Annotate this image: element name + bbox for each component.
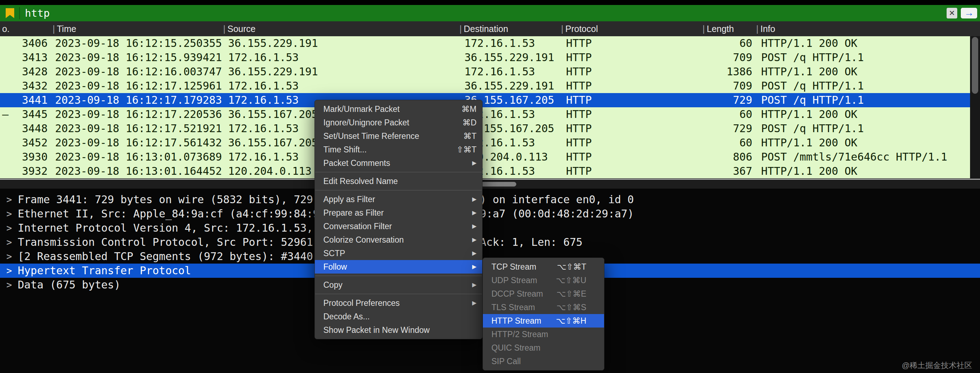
menu-item-ignore-unignore-packet[interactable]: Ignore/Unignore Packet⌘D xyxy=(315,116,482,129)
menu-separator xyxy=(315,294,482,294)
apply-filter-button[interactable]: → xyxy=(961,8,977,19)
clear-filter-button[interactable]: ✕ xyxy=(947,8,957,19)
menu-item-label: TCP Stream xyxy=(492,260,536,273)
packet-row-3432[interactable]: 34322023-09-18 16:12:17.125961172.16.1.5… xyxy=(0,79,970,93)
packet-cell-info: HTTP/1.1 200 OK xyxy=(761,107,858,122)
expander-icon[interactable]: > xyxy=(6,207,12,221)
detail-row-internet-protocol-version-4[interactable]: >Internet Protocol Version 4, Src: 172.1… xyxy=(0,221,980,235)
packet-cell-time: 2023-09-18 16:12:17.179283 xyxy=(55,93,222,107)
menu-item-follow[interactable]: Follow▶ xyxy=(315,260,482,273)
submenu-arrow-icon: ▶ xyxy=(472,206,477,219)
menu-item-label: Conversation Filter xyxy=(323,219,392,233)
column-separator: | xyxy=(52,21,55,36)
packet-list-horizontal-scrollbar[interactable] xyxy=(0,180,980,189)
expander-icon[interactable]: > xyxy=(6,263,12,278)
packet-cell-info: HTTP/1.1 200 OK xyxy=(761,136,858,150)
expander-icon[interactable]: > xyxy=(6,192,12,207)
packet-cell-destination: 36.155.229.191 xyxy=(465,79,554,93)
menu-item-http-stream[interactable]: HTTP Stream⌥⇧⌘H xyxy=(483,314,604,327)
menu-item-label: Colorize Conversation xyxy=(323,233,404,246)
menu-item-tcp-stream[interactable]: TCP Stream⌥⇧⌘T xyxy=(483,260,604,273)
menu-item-label: Show Packet in New Window xyxy=(323,323,430,337)
column-separator: | xyxy=(561,21,563,36)
menu-item-set-unset-time-reference[interactable]: Set/Unset Time Reference⌘T xyxy=(315,129,482,143)
column-header-no[interactable]: o. xyxy=(2,21,10,36)
display-filter-input[interactable]: http xyxy=(25,5,50,21)
column-header-time[interactable]: Time xyxy=(57,21,76,36)
menu-separator xyxy=(315,172,482,172)
expander-icon[interactable]: > xyxy=(6,278,12,292)
packet-row-3930[interactable]: 39302023-09-18 16:13:01.073689172.16.1.5… xyxy=(0,150,970,164)
menu-item-label: Mark/Unmark Packet xyxy=(323,102,400,116)
column-header-protocol[interactable]: Protocol xyxy=(565,21,598,36)
packet-context-menu: Mark/Unmark Packet⌘MIgnore/Unignore Pack… xyxy=(315,100,482,339)
display-filter-bar[interactable]: http ✕ → xyxy=(0,5,980,21)
column-header-destination[interactable]: Destination xyxy=(464,21,508,36)
packet-row-3413[interactable]: 34132023-09-18 16:12:15.939421172.16.1.5… xyxy=(0,51,970,65)
packet-row-3932[interactable]: 39322023-09-18 16:13:01.164452120.204.0.… xyxy=(0,164,970,178)
menu-item-conversation-filter[interactable]: Conversation Filter▶ xyxy=(315,219,482,233)
menu-item-label: Edit Resolved Name xyxy=(323,175,398,188)
detail-row-frame-3441-729-bytes-on-wir[interactable]: >Frame 3441: 729 bytes on wire (5832 bit… xyxy=(0,192,980,207)
packet-cell-time: 2023-09-18 16:12:17.220536 xyxy=(55,107,222,122)
menu-item-label: Time Shift... xyxy=(323,143,367,156)
expander-icon[interactable]: > xyxy=(6,235,12,249)
packet-cell-time: 2023-09-18 16:13:01.164452 xyxy=(55,164,222,178)
packet-cell-no: 3445 xyxy=(0,107,48,122)
packet-cell-time: 2023-09-18 16:12:17.125961 xyxy=(55,79,222,93)
column-separator: | xyxy=(223,21,226,36)
menu-item-apply-as-filter[interactable]: Apply as Filter▶ xyxy=(315,192,482,206)
packet-row-3452[interactable]: 34522023-09-18 16:12:17.56143236.155.167… xyxy=(0,136,970,150)
menu-item-time-shift[interactable]: Time Shift...⇧⌘T xyxy=(315,143,482,156)
packet-cell-info: POST /q HTTP/1.1 xyxy=(761,122,864,136)
packet-cell-destination: 172.16.1.53 xyxy=(465,65,535,79)
detail-row-transmission-control-protoco[interactable]: >Transmission Control Protocol, Src Port… xyxy=(0,235,980,249)
detail-text: Hypertext Transfer Protocol xyxy=(18,263,191,278)
packet-list-vertical-scrollbar[interactable] xyxy=(970,36,980,179)
menu-item-sip-call: SIP Call xyxy=(483,354,604,368)
packet-row-3448[interactable]: 34482023-09-18 16:12:17.521921172.16.1.5… xyxy=(0,122,970,136)
packet-cell-length: 60 xyxy=(703,136,752,150)
menu-item-protocol-preferences[interactable]: Protocol Preferences▶ xyxy=(315,296,482,310)
vertical-scrollbar-thumb[interactable] xyxy=(972,37,978,94)
submenu-arrow-icon: ▶ xyxy=(472,219,477,233)
menu-item-copy[interactable]: Copy▶ xyxy=(315,278,482,292)
menu-item-show-packet-in-new-window[interactable]: Show Packet in New Window xyxy=(315,323,482,337)
packet-cell-protocol: HTTP xyxy=(566,107,592,122)
packet-cell-length: 367 xyxy=(703,164,752,178)
menu-item-prepare-as-filter[interactable]: Prepare as Filter▶ xyxy=(315,206,482,219)
menu-item-mark-unmark-packet[interactable]: Mark/Unmark Packet⌘M xyxy=(315,102,482,116)
expander-icon[interactable]: > xyxy=(6,249,12,263)
packet-cell-info: POST /q HTTP/1.1 xyxy=(761,51,864,65)
menu-item-colorize-conversation[interactable]: Colorize Conversation▶ xyxy=(315,233,482,246)
detail-row-ethernet-ii-src-apple-84-9[interactable]: >Ethernet II, Src: Apple_84:9a:cf (a4:cf… xyxy=(0,207,980,221)
menu-item-udp-stream: UDP Stream⌥⇧⌘U xyxy=(483,273,604,287)
expander-icon[interactable]: > xyxy=(6,221,12,235)
packet-row-3428[interactable]: 34282023-09-18 16:12:16.00374736.155.229… xyxy=(0,65,970,79)
packet-cell-destination: 36.155.229.191 xyxy=(465,51,554,65)
menu-item-packet-comments[interactable]: Packet Comments▶ xyxy=(315,156,482,170)
column-header-length[interactable]: Length xyxy=(707,21,734,36)
submenu-arrow-icon: ▶ xyxy=(472,260,477,273)
packet-cell-protocol: HTTP xyxy=(566,93,592,107)
packet-cell-protocol: HTTP xyxy=(566,150,592,164)
packet-row-3406[interactable]: 34062023-09-18 16:12:15.25035536.155.229… xyxy=(0,36,970,51)
column-separator: | xyxy=(460,21,462,36)
packet-list: 34062023-09-18 16:12:15.25035536.155.229… xyxy=(0,36,970,179)
bookmark-icon[interactable] xyxy=(6,8,14,18)
menu-item-decode-as[interactable]: Decode As... xyxy=(315,310,482,323)
packet-cell-source: 172.16.1.53 xyxy=(228,51,299,65)
menu-item-label: Follow xyxy=(323,260,347,273)
packet-cell-length: 709 xyxy=(703,79,752,93)
column-header-source[interactable]: Source xyxy=(228,21,256,36)
packet-row-3441[interactable]: 34412023-09-18 16:12:17.179283172.16.1.5… xyxy=(0,93,970,107)
column-separator: | xyxy=(756,21,759,36)
packet-cell-source: 172.16.1.53 xyxy=(228,122,299,136)
packet-cell-source: 172.16.1.53 xyxy=(228,93,299,107)
packet-row-3445[interactable]: –34452023-09-18 16:12:17.22053636.155.16… xyxy=(0,107,970,122)
menu-item-edit-resolved-name[interactable]: Edit Resolved Name xyxy=(315,175,482,188)
menu-item-tls-stream: TLS Stream⌥⇧⌘S xyxy=(483,300,604,314)
menu-item-sctp[interactable]: SCTP▶ xyxy=(315,246,482,260)
packet-cell-destination: 172.16.1.53 xyxy=(465,36,535,51)
column-header-info[interactable]: Info xyxy=(760,21,775,36)
